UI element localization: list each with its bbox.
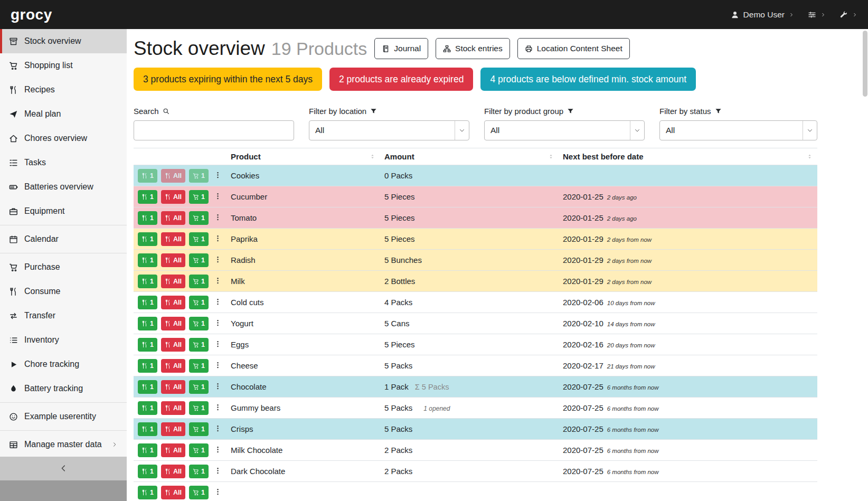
sidebar-item-recipes[interactable]: Recipes bbox=[0, 78, 127, 102]
row-menu-button[interactable] bbox=[212, 359, 223, 373]
row-menu-button[interactable] bbox=[212, 275, 223, 288]
settings-menu[interactable] bbox=[808, 11, 826, 19]
row-menu-button[interactable] bbox=[212, 486, 223, 499]
sidebar-item-example-userentity[interactable]: Example userentity bbox=[0, 404, 127, 429]
consume-one-button[interactable]: 1 bbox=[138, 443, 157, 457]
add-to-shopping-list-button[interactable]: 1 bbox=[189, 296, 209, 309]
user-menu[interactable]: Demo User bbox=[731, 10, 794, 20]
consume-all-button[interactable]: All bbox=[161, 211, 185, 225]
row-menu-button[interactable] bbox=[212, 211, 223, 225]
consume-one-button[interactable]: 1 bbox=[138, 232, 157, 246]
expired-products-banner[interactable]: 2 products are already expired bbox=[329, 68, 473, 91]
row-menu-button[interactable] bbox=[212, 401, 223, 415]
add-to-shopping-list-button[interactable]: 1 bbox=[189, 465, 209, 478]
row-menu-button[interactable] bbox=[212, 232, 223, 246]
sidebar-item-meal-plan[interactable]: Meal plan bbox=[0, 102, 127, 126]
consume-all-button[interactable]: All bbox=[161, 169, 185, 183]
row-menu-button[interactable] bbox=[212, 169, 223, 183]
sort-icon[interactable] bbox=[369, 153, 376, 160]
add-to-shopping-list-button[interactable]: 1 bbox=[189, 253, 209, 267]
next-best-before-date-column-header[interactable]: Next best before date bbox=[559, 148, 817, 165]
consume-one-button[interactable]: 1 bbox=[138, 253, 157, 267]
sidebar-collapse-button[interactable] bbox=[0, 457, 127, 480]
consume-one-button[interactable]: 1 bbox=[138, 486, 157, 499]
sidebar-item-chores-overview[interactable]: Chores overview bbox=[0, 126, 127, 150]
expiring-products-banner[interactable]: 3 products expiring within the next 5 da… bbox=[134, 68, 322, 91]
add-to-shopping-list-button[interactable]: 1 bbox=[189, 401, 209, 415]
consume-all-button[interactable]: All bbox=[161, 380, 185, 394]
amount-column-header[interactable]: Amount bbox=[380, 148, 559, 165]
consume-all-button[interactable]: All bbox=[161, 465, 185, 478]
row-menu-button[interactable] bbox=[212, 317, 223, 330]
consume-all-button[interactable]: All bbox=[161, 486, 185, 499]
add-to-shopping-list-button[interactable]: 1 bbox=[189, 443, 209, 457]
consume-all-button[interactable]: All bbox=[161, 401, 185, 415]
add-to-shopping-list-button[interactable]: 1 bbox=[189, 232, 209, 246]
consume-all-button[interactable]: All bbox=[161, 422, 185, 436]
sidebar-item-chore-tracking[interactable]: Chore tracking bbox=[0, 352, 127, 376]
consume-all-button[interactable]: All bbox=[161, 253, 185, 267]
consume-all-button[interactable]: All bbox=[161, 275, 185, 288]
sidebar-item-calendar[interactable]: Calendar bbox=[0, 227, 127, 251]
row-menu-button[interactable] bbox=[212, 296, 223, 309]
search-input[interactable] bbox=[134, 120, 294, 140]
row-menu-button[interactable] bbox=[212, 190, 223, 204]
sidebar-item-transfer[interactable]: Transfer bbox=[0, 304, 127, 328]
add-to-shopping-list-button[interactable]: 1 bbox=[189, 338, 209, 352]
consume-one-button[interactable]: 1 bbox=[138, 190, 157, 204]
add-to-shopping-list-button[interactable]: 1 bbox=[189, 380, 209, 394]
consume-one-button[interactable]: 1 bbox=[138, 380, 157, 394]
sidebar-item-batteries-overview[interactable]: Batteries overview bbox=[0, 175, 127, 199]
scrollbar[interactable] bbox=[863, 31, 867, 499]
sidebar-item-shopping-list[interactable]: Shopping list bbox=[0, 53, 127, 78]
add-to-shopping-list-button[interactable]: 1 bbox=[189, 275, 209, 288]
sidebar-item-stock-overview[interactable]: Stock overview bbox=[0, 29, 127, 53]
sidebar-item-consume[interactable]: Consume bbox=[0, 279, 127, 304]
add-to-shopping-list-button[interactable]: 1 bbox=[189, 486, 209, 499]
sidebar-item-inventory[interactable]: Inventory bbox=[0, 328, 127, 352]
consume-one-button[interactable]: 1 bbox=[138, 211, 157, 225]
consume-one-button[interactable]: 1 bbox=[138, 359, 157, 373]
location-content-sheet-button[interactable]: Location Content Sheet bbox=[517, 38, 630, 59]
consume-one-button[interactable]: 1 bbox=[138, 317, 157, 330]
row-menu-button[interactable] bbox=[212, 443, 223, 457]
sidebar-item-manage-master-data[interactable]: Manage master data bbox=[0, 432, 127, 457]
row-menu-button[interactable] bbox=[212, 253, 223, 267]
scrollbar-thumb[interactable] bbox=[863, 31, 867, 97]
add-to-shopping-list-button[interactable]: 1 bbox=[189, 211, 209, 225]
consume-all-button[interactable]: All bbox=[161, 338, 185, 352]
row-menu-button[interactable] bbox=[212, 380, 223, 394]
row-menu-button[interactable] bbox=[212, 422, 223, 436]
sidebar-item-purchase[interactable]: Purchase bbox=[0, 255, 127, 279]
consume-one-button[interactable]: 1 bbox=[138, 275, 157, 288]
location-filter-select[interactable]: All bbox=[309, 120, 469, 140]
add-to-shopping-list-button[interactable]: 1 bbox=[189, 317, 209, 330]
sidebar-item-equipment[interactable]: Equipment bbox=[0, 199, 127, 223]
consume-all-button[interactable]: All bbox=[161, 443, 185, 457]
add-to-shopping-list-button[interactable]: 1 bbox=[189, 359, 209, 373]
consume-one-button[interactable]: 1 bbox=[138, 338, 157, 352]
consume-all-button[interactable]: All bbox=[161, 232, 185, 246]
journal-button[interactable]: Journal bbox=[374, 38, 428, 59]
below-min-stock-banner[interactable]: 4 products are below defined min. stock … bbox=[480, 68, 696, 91]
consume-one-button[interactable]: 1 bbox=[138, 169, 157, 183]
consume-all-button[interactable]: All bbox=[161, 359, 185, 373]
row-menu-button[interactable] bbox=[212, 465, 223, 478]
product-column-header[interactable]: Product bbox=[227, 148, 380, 165]
admin-menu[interactable] bbox=[839, 11, 857, 19]
consume-all-button[interactable]: All bbox=[161, 296, 185, 309]
stock-entries-button[interactable]: Stock entries bbox=[436, 38, 510, 59]
sort-icon[interactable] bbox=[548, 153, 554, 160]
sidebar-item-tasks[interactable]: Tasks bbox=[0, 150, 127, 175]
add-to-shopping-list-button[interactable]: 1 bbox=[189, 190, 209, 204]
sort-icon[interactable] bbox=[806, 153, 813, 160]
consume-all-button[interactable]: All bbox=[161, 190, 185, 204]
status-filter-select[interactable]: All bbox=[659, 120, 817, 140]
consume-one-button[interactable]: 1 bbox=[138, 296, 157, 309]
consume-one-button[interactable]: 1 bbox=[138, 465, 157, 478]
row-menu-button[interactable] bbox=[212, 338, 223, 352]
add-to-shopping-list-button[interactable]: 1 bbox=[189, 422, 209, 436]
consume-one-button[interactable]: 1 bbox=[138, 401, 157, 415]
add-to-shopping-list-button[interactable]: 1 bbox=[189, 169, 209, 183]
consume-one-button[interactable]: 1 bbox=[138, 422, 157, 436]
